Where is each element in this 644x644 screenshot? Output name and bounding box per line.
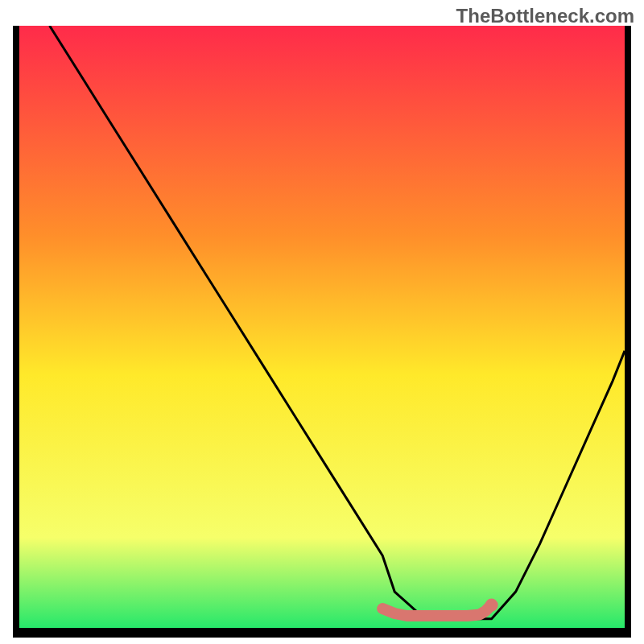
optimal-point-marker [485, 599, 498, 612]
watermark-text: TheBottleneck.com [456, 5, 634, 27]
chart-frame [13, 26, 631, 638]
bottleneck-chart [13, 26, 631, 638]
gradient-background [19, 26, 625, 628]
